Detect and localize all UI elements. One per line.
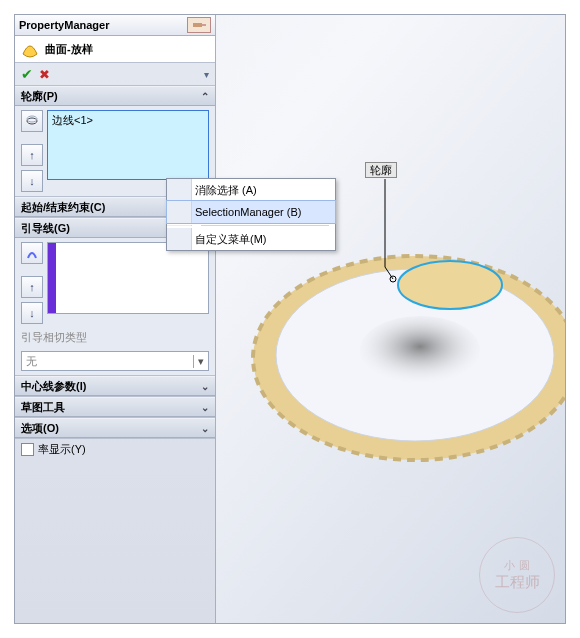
origin-triad <box>415 343 416 344</box>
profile-callout-label: 轮廓 <box>365 162 397 178</box>
svg-rect-14 <box>193 23 202 27</box>
section-centerline: 中心线参数(I) ⌄ <box>15 376 215 397</box>
pm-title: PropertyManager <box>19 19 109 31</box>
chevron-down-icon: ▾ <box>193 355 204 368</box>
ok-icon[interactable]: ✔ <box>21 66 33 82</box>
curvature-label: 率显示(Y) <box>38 442 86 457</box>
checkbox-icon[interactable] <box>21 443 34 456</box>
list-item[interactable]: 边线<1> <box>52 113 204 128</box>
feature-name: 曲面-放样 <box>45 42 93 57</box>
context-menu-item[interactable]: 消除选择 (A) <box>167 179 335 201</box>
chevron-down-icon[interactable]: ▾ <box>204 69 209 80</box>
tangent-type-label: 引导相切类型 <box>21 330 87 345</box>
context-menu-item[interactable]: 自定义菜单(M) <box>167 228 335 250</box>
section-header-centerline[interactable]: 中心线参数(I) ⌄ <box>15 376 215 396</box>
profiles-listbox[interactable]: 边线<1> <box>47 110 209 180</box>
svg-point-5 <box>398 261 502 309</box>
property-manager-panel: PropertyManager 曲面-放样 ✔ ✖ ▾ 轮廓(P) ⌃ <box>15 15 216 623</box>
feature-header: 曲面-放样 <box>15 36 215 63</box>
pin-icon[interactable] <box>187 17 211 33</box>
move-down-button[interactable]: ↓ <box>21 302 43 324</box>
pm-titlebar: PropertyManager <box>15 15 215 36</box>
section-header-profiles[interactable]: 轮廓(P) ⌃ <box>15 86 215 106</box>
section-header-options[interactable]: 选项(O) ⌄ <box>15 418 215 438</box>
context-menu-separator <box>167 225 335 226</box>
model-disk <box>245 230 566 470</box>
expand-icon: ⌄ <box>201 423 209 434</box>
watermark: 小 圆 工程师 <box>479 537 555 613</box>
move-down-button[interactable]: ↓ <box>21 170 43 192</box>
curvature-checkbox-row[interactable]: 率显示(Y) <box>15 439 215 460</box>
expand-icon: ⌄ <box>201 381 209 392</box>
svg-point-4 <box>360 316 480 384</box>
cancel-icon[interactable]: ✖ <box>39 67 50 82</box>
app-frame: 轮廓 小 圆 工程师 PropertyManager 曲面-放样 <box>14 14 566 624</box>
collapse-icon: ⌃ <box>201 91 209 102</box>
tangent-type-select[interactable]: 无 ▾ <box>21 351 209 371</box>
guide-type-icon[interactable] <box>21 242 43 264</box>
profile-type-icon[interactable] <box>21 110 43 132</box>
expand-icon: ⌄ <box>201 402 209 413</box>
move-up-button[interactable]: ↑ <box>21 276 43 298</box>
svg-line-12 <box>385 267 393 279</box>
move-up-button[interactable]: ↑ <box>21 144 43 166</box>
ok-cancel-row: ✔ ✖ ▾ <box>15 63 215 86</box>
context-menu: 消除选择 (A) SelectionManager (B) 自定义菜单(M) <box>166 178 336 251</box>
section-header-sketchtools[interactable]: 草图工具 ⌄ <box>15 397 215 417</box>
section-sketchtools: 草图工具 ⌄ <box>15 397 215 418</box>
loft-icon <box>21 40 39 58</box>
guides-listbox[interactable] <box>47 242 209 314</box>
profile-callout[interactable]: 轮廓 <box>365 163 397 178</box>
viewport[interactable]: 轮廓 小 圆 工程师 <box>215 15 565 623</box>
context-menu-item[interactable]: SelectionManager (B) <box>166 200 336 224</box>
section-options: 选项(O) ⌄ <box>15 418 215 439</box>
